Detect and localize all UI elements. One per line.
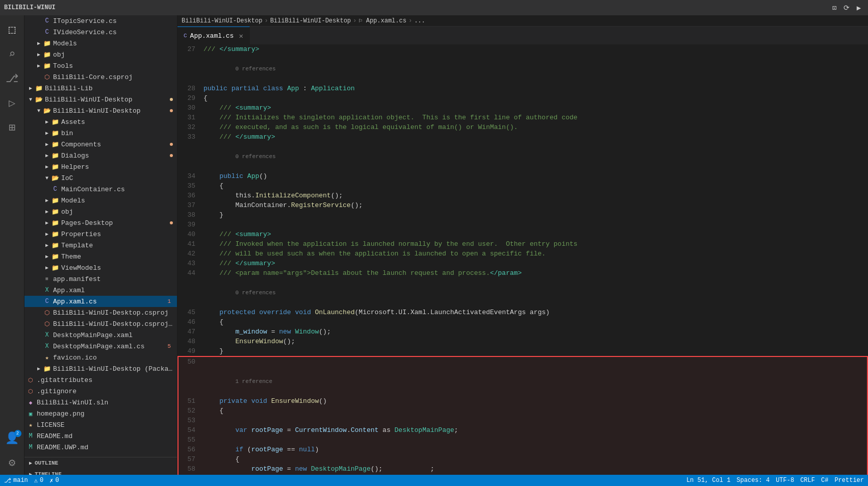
list-item[interactable]: ▶ 📁 obj	[24, 49, 177, 60]
line-content[interactable]: rootPage = new DesktopMainPage(); ;	[203, 464, 867, 474]
run-icon[interactable]: ▷	[0, 91, 24, 115]
line-content[interactable]: {	[203, 93, 867, 103]
line-content[interactable]: /// <summary>	[203, 229, 867, 239]
sidebar-item-appxamlcs[interactable]: C App.xaml.cs 1	[24, 296, 177, 307]
code-area[interactable]: 27 /// </summary> 0 references 28 public…	[177, 44, 868, 475]
line-content[interactable]: }	[203, 346, 867, 356]
line-content[interactable]: /// <summary>	[203, 103, 867, 113]
list-item[interactable]: ⬡ BiliBili-Core.csproj	[24, 71, 177, 83]
line-content[interactable]: {	[203, 454, 867, 464]
line-content[interactable]	[203, 220, 867, 229]
line-content[interactable]: /// <param name="args">Details about the…	[203, 268, 867, 278]
line-ending[interactable]: CRLF	[800, 477, 815, 484]
line-content[interactable]: /// will be used such as when the applic…	[203, 249, 867, 259]
line-content[interactable]: public App()	[203, 171, 867, 181]
breadcrumb-item[interactable]: ⚐ App.xaml.cs	[359, 17, 406, 24]
list-item[interactable]: ▶ 📁 bin	[24, 127, 177, 139]
list-item[interactable]: M README.UWP.md	[24, 442, 177, 453]
line-content[interactable]: MainContainer.RegisterService();	[203, 200, 867, 210]
line-content[interactable]: {	[203, 406, 867, 416]
list-item[interactable]: ▶ 📁 Components	[24, 139, 177, 150]
line-content[interactable]: {	[203, 181, 867, 191]
list-item[interactable]: C ITopicService.cs	[24, 15, 177, 27]
formatter[interactable]: Prettier	[834, 477, 864, 484]
line-content[interactable]: var rootPage = CurrentWindow.Content as …	[203, 425, 867, 435]
list-item[interactable]: X DesktopMainPage.xaml	[24, 329, 177, 341]
sidebar-item-theme[interactable]: ▶ 📁 Theme	[24, 251, 177, 262]
list-item[interactable]: M README.md	[24, 430, 177, 442]
git-branch[interactable]: ⎇ main	[4, 477, 28, 484]
errors-count[interactable]: ⚠ 0	[34, 477, 43, 484]
list-item[interactable]: ▶ 📁 Models	[24, 195, 177, 206]
line-content[interactable]: {	[203, 317, 867, 327]
line-content[interactable]: /// </summary>	[203, 259, 867, 268]
line-content[interactable]: protected override void OnLaunched(Micro…	[203, 308, 867, 317]
line-content[interactable]: this.InitializeComponent();	[203, 191, 867, 200]
list-item[interactable]: ▶ 📁 ViewModels	[24, 262, 177, 273]
line-content[interactable]: /// Invoked when the application is laun…	[203, 239, 867, 249]
run-btn[interactable]: ▶	[854, 3, 864, 13]
line-content[interactable]	[203, 416, 867, 425]
search-icon[interactable]: ⌕	[0, 42, 24, 66]
list-item[interactable]: ▶ 📁 BiliBili-WinUI-Desktop (Package)	[24, 363, 177, 374]
line-content[interactable]: private void EnsureWindow()	[203, 396, 867, 406]
settings-icon[interactable]: ⚙	[0, 450, 24, 475]
line-content[interactable]: /// Initializes the singleton applicatio…	[203, 113, 867, 122]
encoding[interactable]: UTF-8	[776, 477, 794, 484]
list-item[interactable]: X DesktopMainPage.xaml.cs 5	[24, 341, 177, 352]
list-item[interactable]: ★ favicon.ico	[24, 352, 177, 363]
warnings-count[interactable]: ✗ 0	[49, 477, 59, 484]
outline-panel[interactable]: ▶ OUTLINE	[24, 457, 177, 469]
line-content[interactable]: if (rootPage == null)	[203, 445, 867, 454]
breadcrumb-item[interactable]: BiliBili-WinUI-Desktop	[182, 17, 262, 24]
extensions-icon[interactable]: ⊞	[0, 115, 24, 140]
language-mode[interactable]: C#	[821, 477, 828, 484]
list-item[interactable]: ⬡ BiliBili-WinUI-Desktop.csproj.user	[24, 318, 177, 329]
list-item[interactable]: ▶ 📁 Pages-Desktop	[24, 217, 177, 228]
line-content[interactable]: public partial class App : Application	[203, 84, 867, 93]
list-item[interactable]: ▼ 📂 BiliBili-WinUI-Desktop	[24, 105, 177, 116]
accounts-icon[interactable]: 👤 2	[0, 426, 24, 450]
list-item[interactable]: C MainContainer.cs	[24, 184, 177, 195]
list-item[interactable]: ▶ 📁 Assets	[24, 116, 177, 127]
timeline-panel[interactable]: ▶ TIMELINE	[24, 469, 177, 475]
breadcrumb-item[interactable]: BiliBili-WinUI-Desktop	[270, 17, 351, 24]
line-content[interactable]	[203, 356, 867, 367]
sidebar-item-template[interactable]: ▶ 📁 Template	[24, 240, 177, 251]
list-item[interactable]: ▶ 📁 Models	[24, 38, 177, 49]
line-content[interactable]: /// </summary>	[203, 132, 867, 142]
list-item[interactable]: ▶ 📁 Dialogs	[24, 150, 177, 161]
line-content[interactable]	[203, 474, 867, 475]
list-item[interactable]: ★ LICENSE	[24, 419, 177, 430]
list-item[interactable]: ▼ 📂 IoC	[24, 172, 177, 184]
breadcrumb-item[interactable]: ...	[414, 17, 425, 24]
source-control-icon[interactable]: ⎇	[0, 66, 24, 91]
line-content[interactable]: }	[203, 210, 867, 220]
list-item[interactable]: ▶ 📁 Properties	[24, 228, 177, 240]
list-item[interactable]: ▶ 📁 Tools	[24, 60, 177, 71]
list-item[interactable]: X App.xaml	[24, 285, 177, 296]
list-item[interactable]: ⬡ .gitattributes	[24, 374, 177, 386]
list-item[interactable]: ▼ 📂 BiliBili-WinUI-Desktop	[24, 94, 177, 105]
list-item[interactable]: ◆ BiliBili-WinUI.sln	[24, 397, 177, 408]
list-item[interactable]: ▶ 📁 obj	[24, 206, 177, 217]
line-content[interactable]: /// executed, and as such is the logical…	[203, 122, 867, 132]
list-item[interactable]: ▶ 📁 BiliBili-Lib	[24, 83, 177, 94]
list-item[interactable]: ≡ app.manifest	[24, 273, 177, 285]
title-bar-actions[interactable]: ⊡ ⟳ ▶	[829, 3, 864, 13]
list-item[interactable]: ▶ 📁 Helpers	[24, 161, 177, 172]
cursor-position[interactable]: Ln 51, Col 1	[686, 477, 730, 484]
list-item[interactable]: ▣ homepage.png	[24, 408, 177, 419]
list-item[interactable]: ⬡ .gitignore	[24, 386, 177, 397]
list-item[interactable]: C IVideoService.cs	[24, 27, 177, 38]
indentation[interactable]: Spaces: 4	[736, 477, 770, 484]
line-content[interactable]: /// </summary>	[203, 44, 867, 54]
tab-appxamlcs[interactable]: C App.xaml.cs ✕	[177, 27, 250, 44]
line-content[interactable]: m_window = new Window();	[203, 327, 867, 337]
tab-close[interactable]: ✕	[239, 32, 243, 40]
explorer-icon[interactable]: ⬚	[0, 17, 24, 42]
line-content[interactable]	[203, 435, 867, 445]
new-file-btn[interactable]: ⊡	[829, 3, 839, 13]
list-item[interactable]: ⬡ BiliBili-WinUI-Desktop.csproj	[24, 307, 177, 318]
line-content[interactable]: EnsureWindow();	[203, 337, 867, 346]
